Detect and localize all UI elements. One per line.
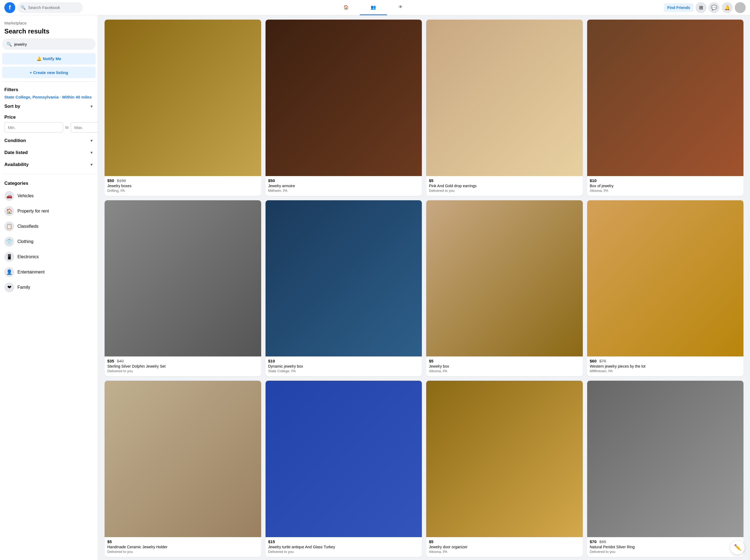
category-item-entertainment[interactable]: 👤 Entertainment — [2, 265, 96, 280]
category-item-electronics[interactable]: 📱 Electronics — [2, 249, 96, 265]
date-listed-label: Date listed — [4, 150, 28, 155]
listing-image — [426, 20, 583, 176]
listing-location: Drifting, PA — [107, 189, 258, 193]
listing-image — [265, 200, 422, 357]
listing-price: $50 — [268, 178, 275, 183]
price-inputs: to — [4, 122, 93, 132]
listing-card[interactable]: $50 Jewelry armoire Millheim, PA — [265, 20, 422, 196]
global-search-box[interactable]: 🔍 Search Facebook — [17, 2, 83, 13]
notify-me-button[interactable]: 🔔 Notify Me — [2, 53, 96, 64]
avatar[interactable] — [735, 2, 746, 13]
listing-card[interactable]: $70 $85 Natural Peridot Silver Ring Deli… — [587, 381, 744, 557]
category-item-clothing[interactable]: 👕 Clothing — [2, 234, 96, 249]
marketplace-search-bar[interactable]: 🔍 — [2, 38, 96, 50]
nav-friends-btn[interactable]: 👥 — [360, 0, 387, 15]
listing-card[interactable]: $5 Jewelry box Altoona, PA — [426, 200, 583, 377]
listing-card[interactable]: $10 Dynamic jewelry box State College, P… — [265, 200, 422, 377]
listing-info: $10 Box of jewelry Altoona, PA — [587, 176, 744, 196]
listing-original-price: $85 — [599, 539, 606, 544]
create-listing-button[interactable]: + Create new listing — [2, 67, 96, 78]
listing-title: Western jewelry pieces by the lot — [590, 364, 741, 369]
condition-chevron-icon: ▼ — [90, 139, 93, 143]
listing-info: $5 Handmade Ceramic Jewelry Holder Deliv… — [104, 537, 261, 557]
price-max-input[interactable] — [71, 122, 98, 132]
price-min-input[interactable] — [4, 122, 63, 132]
listing-original-price: $150 — [117, 178, 126, 183]
listing-card[interactable]: $5 Jewelry door organizer Altoona, PA — [426, 381, 583, 557]
location-filter[interactable]: State College, Pennsylvania · Within 40 … — [2, 94, 96, 100]
listing-image — [104, 381, 261, 537]
sort-by-chevron-icon: ▼ — [90, 104, 93, 108]
search-input[interactable] — [14, 42, 91, 46]
listing-price: $10 — [268, 359, 275, 363]
nav-right: Find Friends ⊞ 💬 🔔 — [664, 2, 746, 13]
listing-card[interactable]: $15 Jewelry turtle antique And Glass Tur… — [265, 381, 422, 557]
listing-info: $50 $150 Jewelry boxes Drifting, PA — [104, 176, 261, 196]
listing-image — [587, 20, 744, 176]
sort-by-label: Sort by — [4, 104, 20, 109]
listing-price: $10 — [590, 178, 597, 183]
listing-title: Pink And Gold drop earrings — [429, 184, 580, 188]
category-item-property-for-rent[interactable]: 🏠 Property for rent — [2, 204, 96, 219]
availability-filter[interactable]: Availability ▼ — [2, 159, 96, 171]
availability-chevron-icon: ▼ — [90, 163, 93, 167]
listing-card[interactable]: $35 $40 Sterling Silver Dolphin Jewelry … — [104, 200, 261, 377]
date-listed-chevron-icon: ▼ — [90, 150, 93, 155]
listing-location: Altoona, PA — [590, 189, 741, 193]
sort-by-filter[interactable]: Sort by ▼ — [2, 100, 96, 112]
grid-icon[interactable]: ⊞ — [695, 2, 706, 13]
listing-location: Altoona, PA — [429, 369, 580, 373]
listing-card[interactable]: $60 $75 Western jewelry pieces by the lo… — [587, 200, 744, 377]
date-listed-filter[interactable]: Date listed ▼ — [2, 147, 96, 159]
listing-location: Mifflintown, PA — [590, 369, 741, 373]
sidebar: Marketplace Search results 🔍 🔔 Notify Me… — [0, 15, 98, 560]
nav-watch-btn[interactable]: 👁 — [387, 0, 414, 15]
top-navigation: f 🔍 Search Facebook 🏠 👥 👁 Find Friends ⊞… — [0, 0, 750, 15]
listing-image — [587, 381, 744, 537]
search-icon: 🔍 — [21, 5, 26, 10]
listing-card[interactable]: $10 Box of jewelry Altoona, PA — [587, 20, 744, 196]
messenger-icon[interactable]: 💬 — [709, 2, 719, 13]
listing-title: Jewelry box — [429, 364, 580, 369]
page-title: Search results — [2, 26, 96, 38]
price-filter: Price to — [2, 112, 96, 135]
listing-card[interactable]: $50 $150 Jewelry boxes Drifting, PA — [104, 20, 261, 196]
listing-title: Natural Peridot Silver Ring — [590, 545, 741, 549]
condition-filter[interactable]: Condition ▼ — [2, 135, 96, 147]
find-friends-button[interactable]: Find Friends — [664, 3, 693, 12]
nav-home-btn[interactable]: 🏠 — [333, 0, 360, 15]
facebook-logo[interactable]: f — [4, 2, 15, 13]
divider-2 — [2, 174, 96, 174]
category-item-classifieds[interactable]: 📋 Classifieds — [2, 219, 96, 234]
listing-image — [104, 200, 261, 357]
listing-location: State College, PA — [268, 369, 419, 373]
listing-image — [265, 20, 422, 176]
listing-title: Jewelry boxes — [107, 184, 258, 188]
category-icon-5: 👤 — [4, 267, 14, 277]
listing-image — [265, 381, 422, 537]
listing-price: $60 $75 — [590, 359, 606, 363]
listing-title: Jewelry turtle antique And Glass Turkey — [268, 545, 419, 549]
search-icon: 🔍 — [6, 42, 12, 47]
category-label-4: Electronics — [17, 254, 39, 259]
listing-info: $10 Dynamic jewelry box State College, P… — [265, 356, 422, 376]
compose-icon[interactable]: ✏️ — [730, 540, 745, 555]
category-label-6: Family — [17, 285, 30, 290]
nav-center: 🏠 👥 👁 — [333, 0, 414, 15]
category-item-vehicles[interactable]: 🚗 Vehicles — [2, 188, 96, 204]
listing-price: $5 — [429, 539, 434, 544]
listing-price: $5 — [429, 359, 434, 363]
divider-1 — [2, 81, 96, 82]
category-icon-2: 📋 — [4, 222, 14, 231]
listing-location: Altoona, PA — [429, 549, 580, 554]
listing-card[interactable]: $5 Pink And Gold drop earrings Delivered… — [426, 20, 583, 196]
listing-title: Jewelry door organizer — [429, 545, 580, 549]
listing-original-price: $40 — [117, 359, 124, 363]
category-item-family[interactable]: ❤ Family — [2, 280, 96, 295]
listing-card[interactable]: $5 Handmade Ceramic Jewelry Holder Deliv… — [104, 381, 261, 557]
notifications-icon[interactable]: 🔔 — [722, 2, 733, 13]
listing-location: Millheim, PA — [268, 189, 419, 193]
listing-info: $5 Jewelry door organizer Altoona, PA — [426, 537, 583, 557]
listing-info: $35 $40 Sterling Silver Dolphin Jewelry … — [104, 356, 261, 376]
price-label: Price — [4, 115, 16, 120]
